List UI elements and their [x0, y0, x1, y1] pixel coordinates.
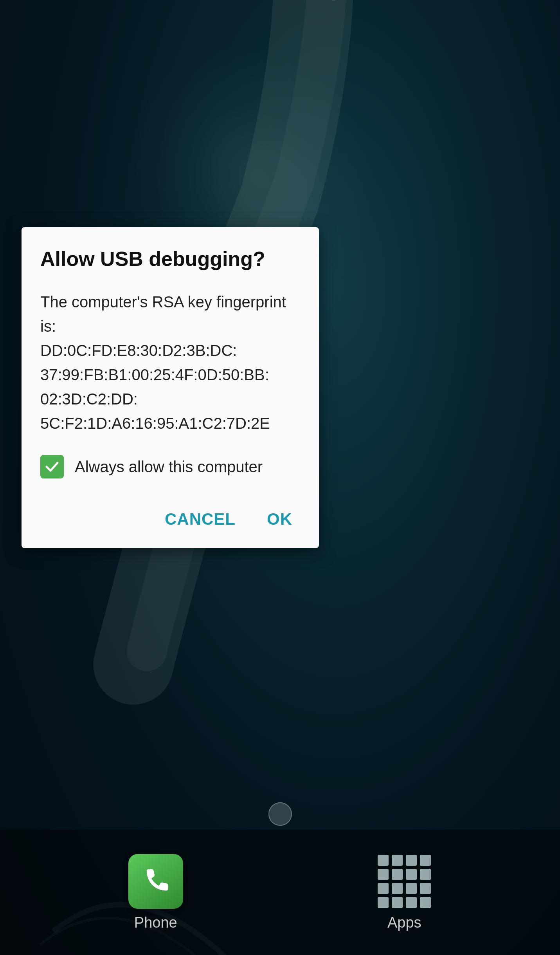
dialog-body-text: The computer's RSA key fingerprint is: D… [40, 293, 286, 432]
usb-debug-dialog: Allow USB debugging? The computer's RSA … [22, 227, 319, 548]
dock-item-phone[interactable]: Phone [128, 854, 183, 931]
dock-item-apps[interactable]: Apps [377, 854, 432, 931]
always-allow-row[interactable]: Always allow this computer [40, 455, 300, 478]
dialog-buttons: CANCEL OK [40, 506, 300, 533]
always-allow-label: Always allow this computer [75, 458, 263, 476]
home-indicator[interactable] [268, 802, 292, 826]
cancel-button[interactable]: CANCEL [157, 506, 243, 533]
apps-icon [377, 854, 432, 909]
dock: Phone Apps [0, 830, 560, 955]
phone-label: Phone [134, 914, 177, 931]
always-allow-checkbox[interactable] [40, 455, 64, 478]
apps-label: Apps [387, 914, 421, 931]
dialog-body: The computer's RSA key fingerprint is: D… [40, 290, 300, 435]
dialog-title: Allow USB debugging? [40, 247, 300, 271]
phone-icon [128, 854, 183, 909]
ok-button[interactable]: OK [259, 506, 300, 533]
apps-grid [378, 855, 431, 908]
